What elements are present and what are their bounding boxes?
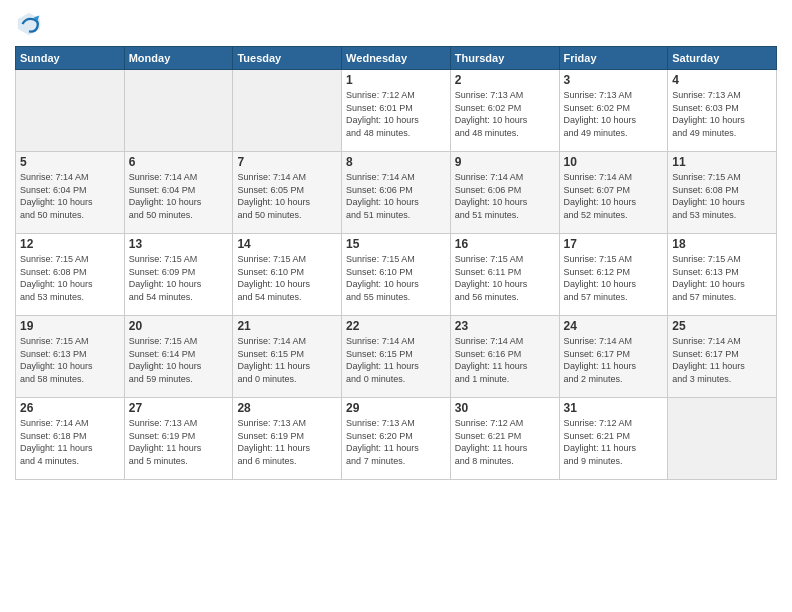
day-info: Sunrise: 7:13 AM Sunset: 6:19 PM Dayligh… <box>129 417 229 467</box>
day-info: Sunrise: 7:14 AM Sunset: 6:16 PM Dayligh… <box>455 335 555 385</box>
day-number: 15 <box>346 237 446 251</box>
day-number: 13 <box>129 237 229 251</box>
day-info: Sunrise: 7:15 AM Sunset: 6:13 PM Dayligh… <box>672 253 772 303</box>
calendar-cell: 13Sunrise: 7:15 AM Sunset: 6:09 PM Dayli… <box>124 234 233 316</box>
calendar-cell: 6Sunrise: 7:14 AM Sunset: 6:04 PM Daylig… <box>124 152 233 234</box>
weekday-header: Friday <box>559 47 668 70</box>
calendar-cell: 10Sunrise: 7:14 AM Sunset: 6:07 PM Dayli… <box>559 152 668 234</box>
calendar-cell: 19Sunrise: 7:15 AM Sunset: 6:13 PM Dayli… <box>16 316 125 398</box>
day-info: Sunrise: 7:12 AM Sunset: 6:21 PM Dayligh… <box>455 417 555 467</box>
day-info: Sunrise: 7:13 AM Sunset: 6:02 PM Dayligh… <box>455 89 555 139</box>
day-number: 25 <box>672 319 772 333</box>
day-number: 1 <box>346 73 446 87</box>
day-info: Sunrise: 7:14 AM Sunset: 6:18 PM Dayligh… <box>20 417 120 467</box>
calendar-cell: 7Sunrise: 7:14 AM Sunset: 6:05 PM Daylig… <box>233 152 342 234</box>
day-number: 18 <box>672 237 772 251</box>
calendar-cell: 24Sunrise: 7:14 AM Sunset: 6:17 PM Dayli… <box>559 316 668 398</box>
calendar-week-row: 5Sunrise: 7:14 AM Sunset: 6:04 PM Daylig… <box>16 152 777 234</box>
calendar-cell: 3Sunrise: 7:13 AM Sunset: 6:02 PM Daylig… <box>559 70 668 152</box>
day-number: 23 <box>455 319 555 333</box>
day-info: Sunrise: 7:14 AM Sunset: 6:05 PM Dayligh… <box>237 171 337 221</box>
day-number: 14 <box>237 237 337 251</box>
calendar-cell: 20Sunrise: 7:15 AM Sunset: 6:14 PM Dayli… <box>124 316 233 398</box>
day-info: Sunrise: 7:13 AM Sunset: 6:03 PM Dayligh… <box>672 89 772 139</box>
day-number: 7 <box>237 155 337 169</box>
day-info: Sunrise: 7:15 AM Sunset: 6:13 PM Dayligh… <box>20 335 120 385</box>
day-info: Sunrise: 7:15 AM Sunset: 6:09 PM Dayligh… <box>129 253 229 303</box>
calendar-cell: 11Sunrise: 7:15 AM Sunset: 6:08 PM Dayli… <box>668 152 777 234</box>
calendar-week-row: 26Sunrise: 7:14 AM Sunset: 6:18 PM Dayli… <box>16 398 777 480</box>
calendar-cell <box>668 398 777 480</box>
header <box>15 10 777 38</box>
weekday-header: Monday <box>124 47 233 70</box>
day-number: 17 <box>564 237 664 251</box>
calendar-cell: 30Sunrise: 7:12 AM Sunset: 6:21 PM Dayli… <box>450 398 559 480</box>
day-number: 29 <box>346 401 446 415</box>
day-number: 28 <box>237 401 337 415</box>
calendar-cell: 26Sunrise: 7:14 AM Sunset: 6:18 PM Dayli… <box>16 398 125 480</box>
weekday-header: Sunday <box>16 47 125 70</box>
day-info: Sunrise: 7:15 AM Sunset: 6:14 PM Dayligh… <box>129 335 229 385</box>
weekday-header: Thursday <box>450 47 559 70</box>
day-number: 11 <box>672 155 772 169</box>
day-info: Sunrise: 7:14 AM Sunset: 6:15 PM Dayligh… <box>237 335 337 385</box>
day-number: 16 <box>455 237 555 251</box>
logo-icon <box>15 10 43 38</box>
day-number: 12 <box>20 237 120 251</box>
calendar-week-row: 19Sunrise: 7:15 AM Sunset: 6:13 PM Dayli… <box>16 316 777 398</box>
day-number: 8 <box>346 155 446 169</box>
day-info: Sunrise: 7:15 AM Sunset: 6:12 PM Dayligh… <box>564 253 664 303</box>
calendar-week-row: 1Sunrise: 7:12 AM Sunset: 6:01 PM Daylig… <box>16 70 777 152</box>
day-info: Sunrise: 7:12 AM Sunset: 6:01 PM Dayligh… <box>346 89 446 139</box>
day-number: 4 <box>672 73 772 87</box>
day-number: 3 <box>564 73 664 87</box>
day-number: 27 <box>129 401 229 415</box>
day-info: Sunrise: 7:14 AM Sunset: 6:17 PM Dayligh… <box>672 335 772 385</box>
day-number: 6 <box>129 155 229 169</box>
day-number: 30 <box>455 401 555 415</box>
weekday-header-row: SundayMondayTuesdayWednesdayThursdayFrid… <box>16 47 777 70</box>
calendar-cell <box>233 70 342 152</box>
day-info: Sunrise: 7:15 AM Sunset: 6:08 PM Dayligh… <box>20 253 120 303</box>
day-info: Sunrise: 7:14 AM Sunset: 6:04 PM Dayligh… <box>129 171 229 221</box>
calendar-cell: 2Sunrise: 7:13 AM Sunset: 6:02 PM Daylig… <box>450 70 559 152</box>
calendar-cell: 17Sunrise: 7:15 AM Sunset: 6:12 PM Dayli… <box>559 234 668 316</box>
day-number: 10 <box>564 155 664 169</box>
weekday-header: Wednesday <box>342 47 451 70</box>
calendar-cell: 31Sunrise: 7:12 AM Sunset: 6:21 PM Dayli… <box>559 398 668 480</box>
day-info: Sunrise: 7:14 AM Sunset: 6:17 PM Dayligh… <box>564 335 664 385</box>
calendar-cell: 5Sunrise: 7:14 AM Sunset: 6:04 PM Daylig… <box>16 152 125 234</box>
calendar-cell: 28Sunrise: 7:13 AM Sunset: 6:19 PM Dayli… <box>233 398 342 480</box>
day-info: Sunrise: 7:13 AM Sunset: 6:02 PM Dayligh… <box>564 89 664 139</box>
day-info: Sunrise: 7:15 AM Sunset: 6:10 PM Dayligh… <box>237 253 337 303</box>
day-number: 31 <box>564 401 664 415</box>
logo <box>15 10 47 38</box>
day-info: Sunrise: 7:13 AM Sunset: 6:19 PM Dayligh… <box>237 417 337 467</box>
day-number: 5 <box>20 155 120 169</box>
day-info: Sunrise: 7:14 AM Sunset: 6:06 PM Dayligh… <box>455 171 555 221</box>
calendar-cell <box>16 70 125 152</box>
calendar-cell: 23Sunrise: 7:14 AM Sunset: 6:16 PM Dayli… <box>450 316 559 398</box>
day-info: Sunrise: 7:15 AM Sunset: 6:10 PM Dayligh… <box>346 253 446 303</box>
calendar-cell: 1Sunrise: 7:12 AM Sunset: 6:01 PM Daylig… <box>342 70 451 152</box>
calendar-cell <box>124 70 233 152</box>
day-info: Sunrise: 7:12 AM Sunset: 6:21 PM Dayligh… <box>564 417 664 467</box>
calendar-cell: 25Sunrise: 7:14 AM Sunset: 6:17 PM Dayli… <box>668 316 777 398</box>
calendar-cell: 22Sunrise: 7:14 AM Sunset: 6:15 PM Dayli… <box>342 316 451 398</box>
calendar-table: SundayMondayTuesdayWednesdayThursdayFrid… <box>15 46 777 480</box>
day-info: Sunrise: 7:14 AM Sunset: 6:06 PM Dayligh… <box>346 171 446 221</box>
day-info: Sunrise: 7:14 AM Sunset: 6:07 PM Dayligh… <box>564 171 664 221</box>
calendar-cell: 16Sunrise: 7:15 AM Sunset: 6:11 PM Dayli… <box>450 234 559 316</box>
day-info: Sunrise: 7:14 AM Sunset: 6:15 PM Dayligh… <box>346 335 446 385</box>
calendar-cell: 4Sunrise: 7:13 AM Sunset: 6:03 PM Daylig… <box>668 70 777 152</box>
calendar-cell: 21Sunrise: 7:14 AM Sunset: 6:15 PM Dayli… <box>233 316 342 398</box>
calendar-cell: 14Sunrise: 7:15 AM Sunset: 6:10 PM Dayli… <box>233 234 342 316</box>
calendar-cell: 27Sunrise: 7:13 AM Sunset: 6:19 PM Dayli… <box>124 398 233 480</box>
calendar-cell: 15Sunrise: 7:15 AM Sunset: 6:10 PM Dayli… <box>342 234 451 316</box>
calendar-cell: 9Sunrise: 7:14 AM Sunset: 6:06 PM Daylig… <box>450 152 559 234</box>
calendar-cell: 29Sunrise: 7:13 AM Sunset: 6:20 PM Dayli… <box>342 398 451 480</box>
page: SundayMondayTuesdayWednesdayThursdayFrid… <box>0 0 792 612</box>
day-number: 21 <box>237 319 337 333</box>
day-number: 26 <box>20 401 120 415</box>
weekday-header: Saturday <box>668 47 777 70</box>
